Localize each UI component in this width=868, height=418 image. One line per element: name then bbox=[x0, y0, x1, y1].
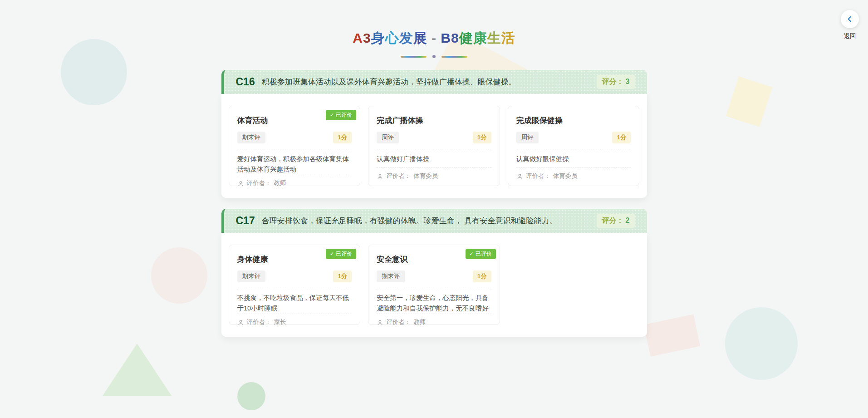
title-segment: 身 bbox=[371, 30, 385, 45]
dashed-divider bbox=[237, 149, 352, 149]
decor-circle-green bbox=[237, 382, 265, 410]
card-description: 认真做好广播体操 bbox=[377, 154, 491, 167]
section-score-badge: 评分：2 bbox=[597, 214, 635, 228]
evaluation-card[interactable]: ✓ 已评价 身体健康 期末评 1分 不挑食，不吃垃圾食品，保证每天不低于10小时… bbox=[229, 245, 361, 325]
person-icon bbox=[516, 173, 523, 180]
section-description: 积极参加班集体活动以及课外体育兴趣活动，坚持做广播体操、眼保健操。 bbox=[262, 77, 516, 87]
period-tag: 期末评 bbox=[237, 132, 266, 143]
person-icon bbox=[237, 180, 244, 187]
card-description: 爱好体育运动，积极参加各级体育集体活动及体育兴趣活动 bbox=[237, 154, 352, 175]
title-segment: 3 bbox=[363, 30, 371, 45]
period-tag: 期末评 bbox=[237, 270, 266, 282]
tag-row: 周评 1分 bbox=[377, 132, 491, 143]
card-score-badge: 1分 bbox=[612, 132, 631, 143]
card-grid: ✓ 已评价 身体健康 期末评 1分 不挑食，不吃垃圾食品，保证每天不低于10小时… bbox=[221, 233, 647, 337]
tag-row: 周评 1分 bbox=[516, 132, 631, 143]
evaluated-badge: ✓ 已评价 bbox=[326, 110, 356, 120]
page-title: A3身心发展 - B8健康生活 bbox=[0, 29, 868, 48]
card-grid: ✓ 已评价 体育活动 期末评 1分 爱好体育运动，积极参加各级体育集体活动及体育… bbox=[221, 94, 647, 198]
card-footer: 评价者：教师 bbox=[237, 175, 352, 187]
tag-row: 期末评 1分 bbox=[237, 132, 352, 143]
title-segment: B bbox=[441, 30, 451, 45]
card-footer: 评价者：教师 bbox=[377, 314, 491, 326]
card-description: 认真做好眼保健操 bbox=[516, 154, 631, 167]
title-divider bbox=[0, 55, 868, 58]
section-code: C16 bbox=[236, 76, 255, 88]
period-tag: 期末评 bbox=[377, 270, 405, 282]
evaluator-name: 体育委员 bbox=[553, 172, 578, 180]
main-content: A3身心发展 - B8健康生活 C16 积极参加班集体活动以及课外体育兴趣活动，… bbox=[0, 0, 868, 337]
check-icon: ✓ bbox=[470, 251, 474, 257]
section-code: C17 bbox=[236, 215, 255, 227]
period-tag: 周评 bbox=[377, 132, 399, 143]
decor-triangle-green bbox=[103, 344, 172, 396]
check-icon: ✓ bbox=[330, 112, 334, 118]
title-segment: 发 bbox=[399, 30, 413, 45]
evaluation-section: C17 合理安排饮食，保证充足睡眠，有强健的体魄。珍爱生命， 具有安全意识和避险… bbox=[221, 209, 647, 337]
dashed-divider bbox=[377, 149, 491, 149]
evaluation-card[interactable]: ✓ 已评价 安全意识 期末评 1分 安全第一，珍爱生命，心态阳光，具备避险能力和… bbox=[368, 245, 500, 325]
title-segment: A bbox=[353, 30, 363, 45]
title-segment: 健 bbox=[459, 30, 473, 45]
evaluator-name: 教师 bbox=[413, 318, 426, 326]
dashed-divider bbox=[377, 288, 491, 288]
tag-row: 期末评 1分 bbox=[377, 270, 491, 282]
sections: C16 积极参加班集体活动以及课外体育兴趣活动，坚持做广播体操、眼保健操。 评分… bbox=[221, 70, 647, 337]
section-score-value: 3 bbox=[626, 78, 630, 85]
card-score-badge: 1分 bbox=[333, 132, 352, 143]
card-score-badge: 1分 bbox=[473, 132, 491, 143]
title-segment: 8 bbox=[451, 30, 459, 45]
section-score-badge: 评分：3 bbox=[597, 75, 635, 89]
evaluation-card[interactable]: 完成眼保健操 周评 1分 认真做好眼保健操 评价者：体育委员 bbox=[508, 106, 640, 186]
person-icon bbox=[377, 319, 383, 326]
card-score-badge: 1分 bbox=[333, 270, 352, 282]
chevron-left-icon bbox=[845, 15, 854, 24]
divider-gradient-line bbox=[401, 56, 427, 58]
card-score-badge: 1分 bbox=[473, 270, 491, 282]
evaluator-name: 家长 bbox=[274, 318, 286, 326]
evaluator-name: 体育委员 bbox=[413, 172, 438, 180]
evaluated-badge: ✓ 已评价 bbox=[326, 249, 356, 259]
card-footer: 评价者：体育委员 bbox=[516, 167, 631, 180]
back-label: 返回 bbox=[837, 32, 863, 40]
title-segment: - bbox=[427, 30, 441, 45]
title-segment: 生 bbox=[487, 30, 501, 45]
divider-gradient-line bbox=[441, 56, 467, 58]
evaluated-badge-label: 已评价 bbox=[476, 250, 492, 258]
divider-dot bbox=[432, 55, 436, 58]
evaluator-name: 教师 bbox=[274, 179, 286, 187]
evaluator-label: 评价者： bbox=[247, 179, 271, 187]
section-score-value: 2 bbox=[626, 216, 630, 224]
evaluated-badge: ✓ 已评价 bbox=[466, 249, 496, 259]
section-description: 合理安排饮食，保证充足睡眠，有强健的体魄。珍爱生命， 具有安全意识和避险能力。 bbox=[262, 216, 557, 226]
title-segment: 展 bbox=[413, 30, 427, 45]
card-description: 安全第一，珍爱生命，心态阳光，具备避险能力和自我保护能力，无不良嗜好 bbox=[377, 293, 491, 314]
evaluation-card[interactable]: 完成广播体操 周评 1分 认真做好广播体操 评价者：体育委员 bbox=[368, 106, 500, 186]
section-score-label: 评分： bbox=[602, 78, 624, 85]
evaluated-badge-label: 已评价 bbox=[336, 250, 352, 258]
period-tag: 周评 bbox=[516, 132, 539, 143]
back-button[interactable] bbox=[841, 10, 859, 28]
title-segment: 心 bbox=[385, 30, 399, 45]
tag-row: 期末评 1分 bbox=[237, 270, 352, 282]
card-title: 完成广播体操 bbox=[377, 115, 491, 126]
evaluator-label: 评价者： bbox=[386, 318, 411, 326]
check-icon: ✓ bbox=[330, 251, 334, 257]
section-score-label: 评分： bbox=[602, 216, 624, 224]
title-segment: 康 bbox=[473, 30, 487, 45]
evaluation-section: C16 积极参加班集体活动以及课外体育兴趣活动，坚持做广播体操、眼保健操。 评分… bbox=[221, 70, 647, 198]
evaluator-label: 评价者： bbox=[247, 318, 271, 326]
section-header: C16 积极参加班集体活动以及课外体育兴趣活动，坚持做广播体操、眼保健操。 评分… bbox=[221, 70, 647, 94]
dashed-divider bbox=[237, 288, 352, 288]
card-description: 不挑食，不吃垃圾食品，保证每天不低于10小时睡眠 bbox=[237, 293, 352, 314]
section-header: C17 合理安排饮食，保证充足睡眠，有强健的体魄。珍爱生命， 具有安全意识和避险… bbox=[221, 209, 647, 233]
card-footer: 评价者：家长 bbox=[237, 314, 352, 326]
person-icon bbox=[237, 319, 244, 326]
evaluator-label: 评价者： bbox=[526, 172, 550, 180]
dashed-divider bbox=[516, 149, 631, 149]
evaluated-badge-label: 已评价 bbox=[336, 111, 352, 119]
title-segment: 活 bbox=[501, 30, 515, 45]
card-title: 完成眼保健操 bbox=[516, 115, 631, 126]
back-control: 返回 bbox=[837, 10, 863, 40]
evaluation-card[interactable]: ✓ 已评价 体育活动 期末评 1分 爱好体育运动，积极参加各级体育集体活动及体育… bbox=[229, 106, 361, 186]
